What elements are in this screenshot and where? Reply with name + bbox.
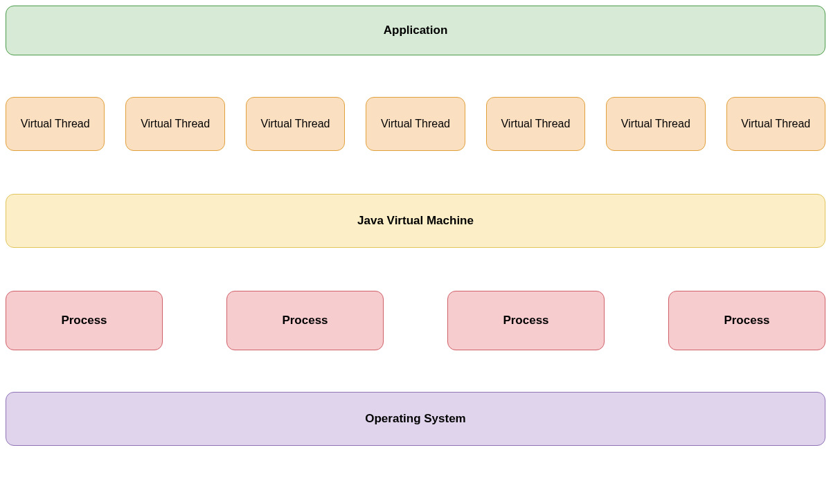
virtual-threads-layer: Virtual Thread Virtual Thread Virtual Th… [6, 97, 825, 151]
virtual-thread-box: Virtual Thread [606, 97, 705, 151]
os-box: Operating System [6, 392, 825, 446]
virtual-thread-box: Virtual Thread [486, 97, 585, 151]
processes-layer: Process Process Process Process [6, 291, 825, 350]
application-layer: Application [6, 6, 825, 55]
virtual-thread-box: Virtual Thread [6, 97, 105, 151]
application-box: Application [6, 6, 825, 55]
jvm-box: Java Virtual Machine [6, 194, 825, 248]
virtual-thread-box: Virtual Thread [366, 97, 465, 151]
os-layer: Operating System [6, 392, 825, 446]
process-box: Process [447, 291, 605, 350]
process-box: Process [6, 291, 163, 350]
virtual-thread-box: Virtual Thread [125, 97, 224, 151]
jvm-layer: Java Virtual Machine [6, 194, 825, 248]
process-box: Process [226, 291, 384, 350]
virtual-thread-box: Virtual Thread [246, 97, 345, 151]
process-box: Process [668, 291, 825, 350]
virtual-thread-box: Virtual Thread [726, 97, 825, 151]
